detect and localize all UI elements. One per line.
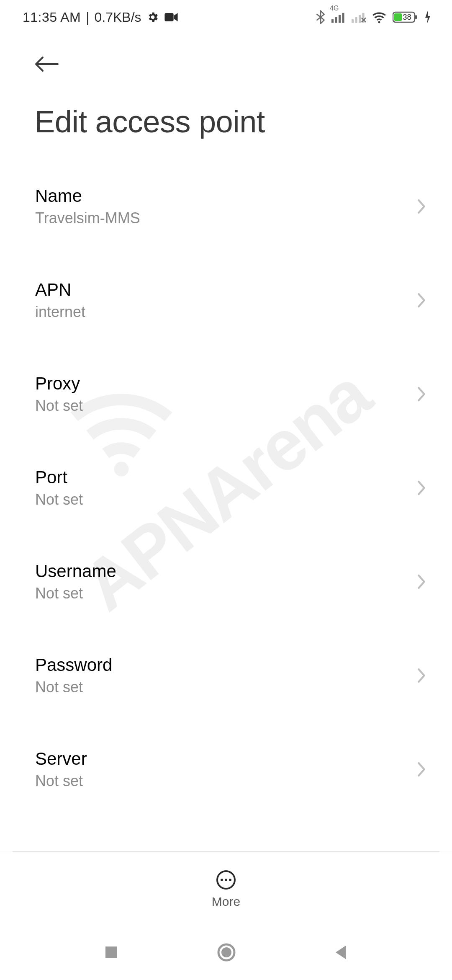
apn-item-mmsc[interactable]: MMSC http://10.16.18.4:38090/was (0, 828, 452, 838)
svg-rect-2 (331, 19, 334, 23)
apn-item-password[interactable]: Password Not set (0, 641, 452, 710)
triangle-left-icon (333, 944, 349, 961)
apn-item-port[interactable]: Port Not set (0, 453, 452, 523)
svg-rect-13 (394, 13, 402, 21)
charging-icon (424, 11, 431, 23)
item-value: Travelsim-MMS (35, 209, 406, 227)
svg-rect-8 (359, 15, 361, 23)
svg-rect-6 (352, 19, 354, 23)
system-nav-bar (0, 926, 452, 980)
more-label: More (212, 895, 240, 909)
chevron-right-icon (416, 667, 427, 684)
signal-4g-icon: 4G (331, 11, 346, 23)
svg-rect-1 (164, 13, 173, 21)
svg-point-16 (225, 879, 227, 881)
item-label: Username (35, 561, 406, 581)
apn-item-username[interactable]: Username Not set (0, 547, 452, 616)
svg-point-20 (221, 947, 231, 957)
item-value: internet (35, 303, 406, 321)
camera-icon (164, 12, 178, 23)
wifi-icon (372, 11, 387, 23)
back-button[interactable] (33, 54, 59, 75)
settings-list: Name Travelsim-MMS APN internet Proxy No… (0, 172, 452, 838)
svg-rect-4 (339, 15, 341, 23)
item-label: Port (35, 467, 406, 487)
svg-rect-18 (105, 946, 117, 958)
circle-icon (216, 942, 236, 962)
page-title: Edit access point (34, 104, 265, 139)
square-icon (103, 944, 120, 961)
status-left: 11:35 AM | 0.7KB/s (23, 10, 178, 25)
more-icon (216, 869, 236, 890)
chevron-right-icon (416, 292, 427, 309)
status-time: 11:35 AM (23, 10, 81, 25)
item-value: Not set (35, 491, 406, 508)
arrow-left-icon (33, 54, 59, 74)
status-separator: | (86, 10, 89, 25)
chevron-right-icon (416, 573, 427, 590)
gear-icon (146, 11, 159, 23)
chevron-right-icon (416, 761, 427, 778)
bluetooth-icon (316, 10, 326, 24)
svg-point-17 (229, 879, 231, 881)
battery-icon: 38 (393, 11, 419, 23)
signal-nosim-icon (352, 11, 366, 23)
bottom-action-bar: More (0, 851, 452, 926)
svg-rect-3 (335, 17, 337, 23)
apn-item-name[interactable]: Name Travelsim-MMS (0, 172, 452, 241)
status-netspeed: 0.7KB/s (95, 10, 141, 25)
svg-rect-7 (355, 17, 357, 23)
svg-point-15 (221, 879, 223, 881)
item-label: Server (35, 749, 406, 769)
item-value: Not set (35, 678, 406, 696)
item-label: Password (35, 655, 406, 675)
nav-back-button[interactable] (333, 944, 349, 962)
svg-point-10 (378, 21, 380, 23)
item-label: APN (35, 280, 406, 300)
more-button[interactable]: More (212, 869, 240, 909)
nav-home-button[interactable] (216, 942, 236, 964)
svg-rect-5 (342, 13, 344, 23)
status-right: 4G 38 (316, 10, 431, 24)
apn-item-apn[interactable]: APN internet (0, 266, 452, 335)
nav-recent-button[interactable] (103, 944, 120, 962)
apn-item-proxy[interactable]: Proxy Not set (0, 359, 452, 429)
item-value: Not set (35, 772, 406, 790)
status-bar: 11:35 AM | 0.7KB/s 4G 38 (0, 0, 452, 34)
chevron-right-icon (416, 198, 427, 215)
item-value: Not set (35, 585, 406, 602)
chevron-right-icon (416, 386, 427, 402)
item-label: Name (35, 186, 406, 206)
apn-item-server[interactable]: Server Not set (0, 735, 452, 804)
svg-rect-12 (415, 15, 417, 19)
item-label: Proxy (35, 374, 406, 394)
chevron-right-icon (416, 480, 427, 496)
item-value: Not set (35, 397, 406, 415)
